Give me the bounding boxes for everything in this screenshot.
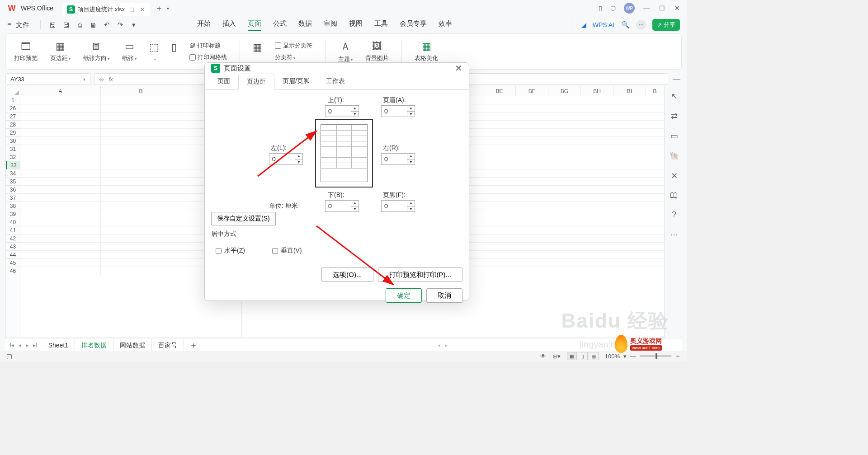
menu-tab-insert[interactable]: 插入 (222, 19, 236, 31)
maximize-icon[interactable]: ☐ (658, 5, 665, 12)
ribbon-print-preview[interactable]: 🗔打印预览 (14, 41, 38, 62)
share-button[interactable]: ↗分享 (652, 19, 680, 31)
ribbon-paper[interactable]: ▭纸张 (122, 41, 137, 62)
save-icon[interactable]: 🖫 (48, 20, 57, 29)
spinner-up-icon[interactable]: ▲ (295, 154, 302, 159)
spinner-down-icon[interactable]: ▼ (407, 159, 415, 165)
view-normal-icon[interactable]: ▦ (567, 352, 577, 360)
menu-tab-page[interactable]: 页面 (248, 19, 261, 31)
sheet-nav-next-icon[interactable]: ▸ (26, 342, 28, 348)
zoom-out-icon[interactable]: — (630, 353, 636, 360)
row-header[interactable]: 41 (6, 226, 20, 235)
bottom-margin-input[interactable]: ▲▼ (325, 200, 359, 212)
row-header[interactable]: 26 (6, 104, 20, 113)
row-header[interactable]: 45 (6, 259, 20, 267)
quick-access-dropdown-icon[interactable]: ▾ (129, 20, 138, 29)
ribbon-page-breaks[interactable]: 分页符 (275, 53, 312, 61)
spinner-down-icon[interactable]: ▼ (295, 159, 302, 165)
hamburger-icon[interactable]: ≡ (7, 21, 11, 29)
new-tab-button[interactable]: ＋ (155, 3, 163, 14)
eye-icon[interactable]: 👁 (540, 353, 546, 360)
menu-tab-efficiency[interactable]: 效率 (439, 19, 452, 31)
document-tab[interactable]: S 项目进度统计.xlsx ▢ ✕ (62, 3, 150, 16)
focus-icon[interactable]: ⊕▾ (552, 353, 561, 360)
row-header[interactable]: 42 (6, 235, 20, 243)
more-icon[interactable]: ⋯ (670, 230, 678, 239)
cube-icon[interactable]: ⬡ (610, 5, 616, 12)
new-tab-dropdown-icon[interactable]: ▾ (167, 6, 169, 11)
row-header[interactable]: 27 (6, 113, 20, 121)
spinner-up-icon[interactable]: ▲ (407, 106, 415, 112)
ribbon-breaks[interactable]: ▯ (171, 42, 177, 62)
row-header[interactable]: 34 (6, 169, 20, 178)
name-box[interactable]: AY33▾ (5, 73, 90, 85)
dialog-tab-page[interactable]: 页面 (209, 74, 238, 89)
ribbon-theme[interactable]: Ａ主题 (338, 40, 353, 63)
popout-icon[interactable]: ▢ (129, 6, 134, 13)
spinner-down-icon[interactable]: ▼ (351, 112, 359, 117)
dialog-close-icon[interactable]: ✕ (455, 63, 462, 74)
footer-margin-input[interactable]: ▲▼ (381, 200, 415, 212)
print-icon[interactable]: ⎙ (75, 20, 84, 29)
row-header[interactable]: 40 (6, 218, 20, 226)
sheet-nav-first-icon[interactable]: I◂ (10, 342, 14, 348)
user-avatar[interactable]: WP (624, 3, 635, 14)
row-header[interactable]: 28 (6, 121, 20, 129)
ribbon-beautify[interactable]: ▦表格美化 (415, 41, 438, 62)
dialog-tab-margins[interactable]: 页边距 (238, 74, 274, 90)
menu-tab-review[interactable]: 审阅 (324, 19, 337, 31)
cursor-icon[interactable]: ↖ (671, 91, 678, 101)
horiz-scrollbar[interactable]: ◂ ▸ (203, 342, 682, 348)
save-custom-button[interactable]: 保存自定义设置(S) (211, 212, 276, 225)
sheet-tab[interactable]: Sheet1 (42, 339, 75, 352)
row-header[interactable]: 35 (6, 178, 20, 186)
top-margin-input[interactable]: ▲▼ (325, 105, 359, 117)
col-header[interactable]: A (20, 86, 101, 96)
menu-tab-formula[interactable]: 公式 (273, 19, 287, 31)
ribbon-orientation[interactable]: 🗏纸张方向 (83, 41, 109, 62)
ribbon-bg-image[interactable]: 🖼背景图片 (365, 41, 389, 62)
spinner-up-icon[interactable]: ▲ (407, 201, 415, 206)
print-preview-button[interactable]: 打印预览和打印(P)... (378, 267, 463, 282)
row-header[interactable]: 43 (6, 243, 20, 251)
row-header[interactable]: 46 (6, 267, 20, 275)
row-header[interactable]: 32 (6, 153, 20, 161)
search-icon[interactable]: 🔍 (621, 20, 630, 29)
center-horizontal[interactable]: 水平(Z) (216, 247, 245, 255)
undo-icon[interactable]: ↶ (102, 20, 111, 29)
spinner-down-icon[interactable]: ▼ (407, 112, 415, 117)
row-header[interactable]: 1 (6, 96, 20, 104)
dialog-tab-header-footer[interactable]: 页眉/页脚 (274, 74, 318, 89)
col-header[interactable]: BG (548, 86, 581, 96)
menu-tab-vip[interactable]: 会员专享 (400, 19, 427, 31)
print-preview-icon[interactable]: 🗎 (89, 20, 98, 29)
close-window-icon[interactable]: ✕ (674, 5, 681, 12)
rect-icon[interactable]: ▭ (670, 131, 678, 141)
col-header[interactable]: BI (613, 86, 646, 96)
ribbon-show-page-breaks[interactable]: 显示分页符 (275, 42, 312, 50)
row-header[interactable]: 44 (6, 251, 20, 259)
col-header[interactable]: B (101, 86, 181, 96)
record-macro-icon[interactable]: ▢ (6, 352, 12, 360)
row-header[interactable]: 38 (6, 202, 20, 210)
left-margin-input[interactable]: ▲▼ (269, 153, 303, 165)
minimize-icon[interactable]: — (643, 5, 650, 12)
file-menu[interactable]: 文件 (16, 21, 29, 29)
right-margin-input[interactable]: ▲▼ (381, 153, 415, 165)
sheet-nav-prev-icon[interactable]: ◂ (19, 342, 21, 348)
layers-icon[interactable]: ⇄ (671, 111, 678, 121)
zoom-slider[interactable] (640, 355, 671, 357)
add-sheet-button[interactable]: ＋ (184, 340, 203, 351)
col-header[interactable]: B (646, 86, 664, 96)
col-header[interactable]: BH (581, 86, 613, 96)
view-break-icon[interactable]: ▤ (589, 352, 599, 360)
row-header[interactable]: 29 (6, 129, 20, 137)
sheet-tab[interactable]: 百家号 (152, 339, 184, 352)
spinner-up-icon[interactable]: ▲ (351, 106, 359, 112)
sheet-tab[interactable]: 网站数据 (113, 339, 152, 352)
options-button[interactable]: 选项(O)... (321, 267, 373, 282)
row-header[interactable]: 31 (6, 145, 20, 153)
help-icon[interactable]: ? (672, 210, 676, 220)
row-header[interactable]: 36 (6, 186, 20, 194)
dialog-tab-sheet[interactable]: 工作表 (318, 74, 353, 89)
